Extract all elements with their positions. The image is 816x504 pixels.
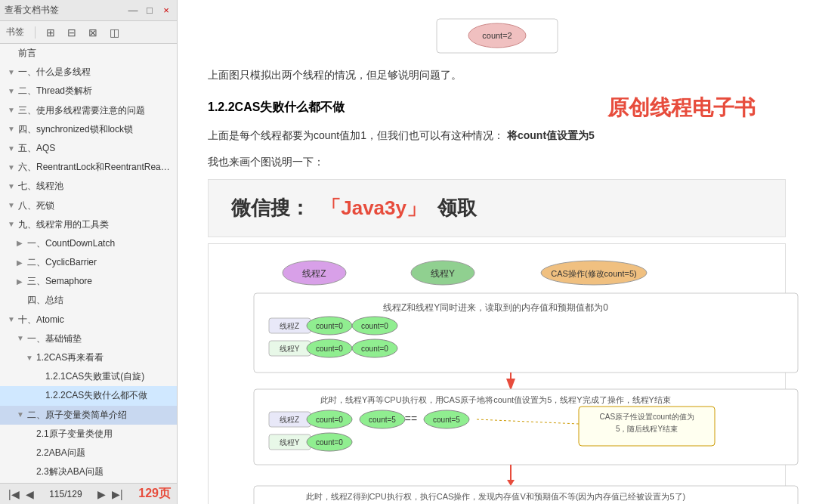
maximize-button[interactable]: □ (144, 5, 156, 17)
toc-label-18: 1.2.2CAS失败什么都不做 (45, 388, 171, 403)
toc-toggle-6[interactable]: ▼ (8, 162, 18, 174)
toc-toggle-11[interactable]: ▶ (17, 257, 27, 269)
toc-item-19[interactable]: ▼二、原子变量类简单介绍 (0, 406, 177, 425)
svg-marker-44 (507, 480, 515, 486)
current-page: 115 (49, 489, 64, 499)
toc-toggle-7[interactable]: ▼ (8, 181, 18, 193)
svg-text:线程Z: 线程Z (302, 268, 326, 279)
main-diagram-svg: 线程Z 线程Y CAS操作(修改count=5) 线程Z和线程Y同时进来，读取到… (216, 252, 816, 504)
svg-text:CAS原子性设置count的值为: CAS原子性设置count的值为 (599, 413, 694, 421)
toc-label-5: 五、AQS (18, 141, 171, 156)
toc-toggle-12[interactable]: ▶ (17, 276, 27, 288)
toc-label-15: 一、基础铺垫 (27, 332, 171, 346)
main-diagram-area: 线程Z 线程Y CAS操作(修改count=5) 线程Z和线程Y同时进来，读取到… (208, 243, 786, 504)
toc-item-3[interactable]: ▼三、使用多线程需要注意的问题 (0, 101, 177, 120)
first-page-button[interactable]: |◀ (6, 488, 22, 500)
toolbar-icons-bar: 书签 ⊞ ⊟ ⊠ ◫ (0, 21, 177, 44)
svg-text:线程Y: 线程Y (280, 438, 300, 447)
toc-label-14: 十、Atomic (18, 313, 171, 327)
right-panel: count=2 上面图只模拟出两个线程的情况，但足够说明问题了。 1.2.2CA… (178, 0, 816, 504)
svg-text:count=0: count=0 (316, 416, 343, 424)
toc-item-6[interactable]: ▼六、ReentrantLock和ReentrantReadW... (0, 158, 177, 177)
toc-item-11[interactable]: ▶二、CyclicBarrier (0, 253, 177, 272)
wechat-id: 「Java3y」 (321, 196, 426, 219)
toc-item-9[interactable]: ▼九、线程常用的工具类 (0, 215, 177, 234)
toc-toggle-14[interactable]: ▼ (8, 314, 18, 326)
svg-text:此时，线程Y再等CPU执行权，用CAS原子地将count值设: 此时，线程Y再等CPU执行权，用CAS原子地将count值设置为5，线程Y完成了… (320, 395, 671, 404)
toc-item-7[interactable]: ▼七、线程池 (0, 177, 177, 196)
para-1-text: 上面是每个线程都要为count值加1，但我们也可以有这种情况： (208, 129, 504, 141)
expand-all-button[interactable]: ⊞ (43, 25, 58, 40)
toc-item-20[interactable]: 2.1原子变量类使用 (0, 425, 177, 444)
toc-label-10: 一、CountDownLatch (27, 237, 171, 251)
toc-toggle-5[interactable]: ▼ (8, 143, 18, 155)
toc-item-16[interactable]: ▼1.2CAS再来看看 (0, 348, 177, 367)
minimize-button[interactable]: — (127, 5, 139, 17)
collapse-all-button[interactable]: ⊟ (64, 25, 79, 40)
separator-1 (35, 26, 36, 39)
total-pages-display: 129页 (138, 486, 171, 502)
toc-item-8[interactable]: ▼八、死锁 (0, 196, 177, 215)
toc-toggle-16[interactable]: ▼ (26, 352, 36, 364)
close-button[interactable]: × (160, 5, 172, 17)
toc-item-15[interactable]: ▼一、基础铺垫 (0, 329, 177, 348)
toc-label-6: 六、ReentrantLock和ReentrantReadW... (18, 160, 171, 175)
toc-item-10[interactable]: ▶一、CountDownLatch (0, 234, 177, 253)
svg-text:count=0: count=0 (361, 345, 388, 353)
toc-item-1[interactable]: ▼一、什么是多线程 (0, 63, 177, 82)
toc-label-21: 2.2ABA问题 (36, 446, 171, 460)
page-count-label: 129页 (138, 487, 171, 499)
toc-toggle-15[interactable]: ▼ (17, 332, 27, 345)
toc-toggle-2[interactable]: ▼ (8, 85, 18, 97)
wechat-banner: 微信搜： 「Java3y」 领取 (208, 179, 786, 237)
toc-label-3: 三、使用多线程需要注意的问题 (18, 104, 171, 118)
toc-label-4: 四、synchronized锁和lock锁 (18, 122, 171, 137)
svg-text:线程Z和线程Y同时进来，读取到的内存值和预期值都为0: 线程Z和线程Y同时进来，读取到的内存值和预期值都为0 (383, 302, 608, 313)
toc-label-7: 七、线程池 (18, 179, 171, 193)
toc-item-4[interactable]: ▼四、synchronized锁和lock锁 (0, 120, 177, 139)
left-panel: 查看文档书签 — □ × 书签 ⊞ ⊟ ⊠ ◫ 前言▼一、什么是多线程▼二、Th… (0, 0, 178, 504)
toolbar-title-area: 查看文档书签 (5, 4, 59, 17)
window-controls: — □ × (127, 5, 172, 17)
toc-item-5[interactable]: ▼五、AQS (0, 139, 177, 158)
svg-text:count=5: count=5 (369, 416, 396, 424)
toc-item-14[interactable]: ▼十、Atomic (0, 311, 177, 329)
toc-label-19: 二、原子变量类简单介绍 (27, 408, 171, 422)
toc-label-12: 三、Semaphore (27, 274, 171, 289)
toc-toggle-4[interactable]: ▼ (8, 123, 18, 135)
svg-text:线程Z: 线程Z (280, 322, 299, 330)
toc-item-22[interactable]: 2.3解决ABA问题 (0, 462, 177, 481)
last-page-button[interactable]: ▶| (110, 488, 125, 500)
toc-toggle-1[interactable]: ▼ (8, 66, 18, 79)
toc-item-21[interactable]: 2.2ABA问题 (0, 444, 177, 462)
toc-item-13[interactable]: 四、总结 (0, 291, 177, 310)
top-diagram-area: count=2 (208, 15, 786, 57)
toc-item-2[interactable]: ▼二、Thread类解析 (0, 82, 177, 100)
toc-toggle-8[interactable]: ▼ (8, 199, 18, 212)
prev-page-button[interactable]: ◀ (23, 488, 36, 500)
para-1: 上面是每个线程都要为count值加1，但我们也可以有这种情况： 将count值设… (208, 126, 786, 145)
split-view-button[interactable]: ◫ (107, 25, 122, 40)
svg-text:线程Z: 线程Z (280, 416, 299, 424)
content-area: count=2 上面图只模拟出两个线程的情况，但足够说明问题了。 1.2.2CA… (178, 0, 816, 504)
toc-item-0[interactable]: 前言 (0, 44, 177, 63)
toc-toggle-3[interactable]: ▼ (8, 104, 18, 116)
top-diagram-svg: count=2 (391, 15, 603, 57)
next-page-button[interactable]: ▶ (95, 488, 108, 500)
toc-toggle-10[interactable]: ▶ (17, 237, 27, 249)
toc-container: 前言▼一、什么是多线程▼二、Thread类解析▼三、使用多线程需要注意的问题▼四… (0, 44, 177, 483)
wechat-suffix: 领取 (437, 196, 477, 219)
svg-text:5，随后线程Y结束: 5，随后线程Y结束 (616, 425, 678, 433)
intro-text: 上面图只模拟出两个线程的情况，但足够说明问题了。 (208, 66, 786, 85)
svg-text:CAS操作(修改count=5): CAS操作(修改count=5) (551, 269, 636, 278)
bottom-navigation-bar: |◀ ◀ 115/129 ▶ ▶| 129页 (0, 483, 177, 504)
svg-text:==: == (405, 413, 417, 425)
delete-bookmark-button[interactable]: ⊠ (85, 25, 100, 40)
toc-toggle-19[interactable]: ▼ (17, 409, 27, 421)
svg-text:count=0: count=0 (316, 438, 343, 447)
toc-item-17[interactable]: 1.2.1CAS失败重试(自旋) (0, 367, 177, 386)
toc-item-18[interactable]: 1.2.2CAS失败什么都不做 (0, 386, 177, 405)
toc-item-12[interactable]: ▶三、Semaphore (0, 272, 177, 291)
toc-label-17: 1.2.1CAS失败重试(自旋) (45, 369, 171, 384)
toc-toggle-9[interactable]: ▼ (8, 218, 18, 230)
